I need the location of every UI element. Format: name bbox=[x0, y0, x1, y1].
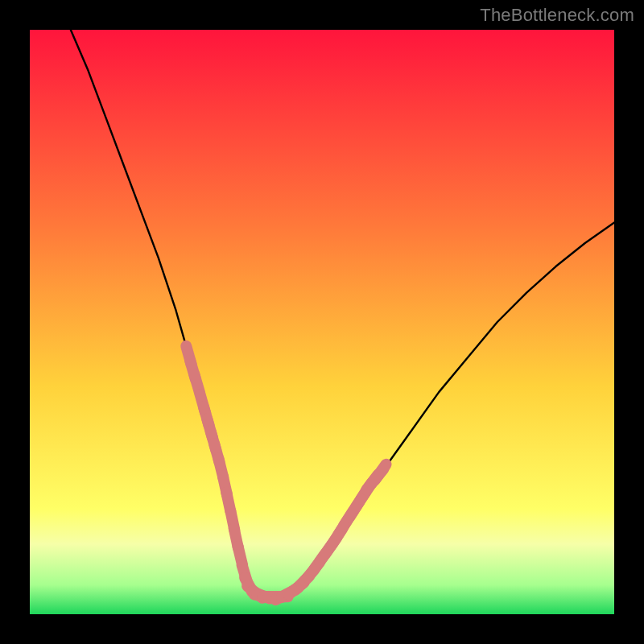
watermark-text: TheBottleneck.com bbox=[480, 5, 634, 26]
plot-background bbox=[30, 30, 614, 614]
bottleneck-chart bbox=[0, 0, 644, 644]
